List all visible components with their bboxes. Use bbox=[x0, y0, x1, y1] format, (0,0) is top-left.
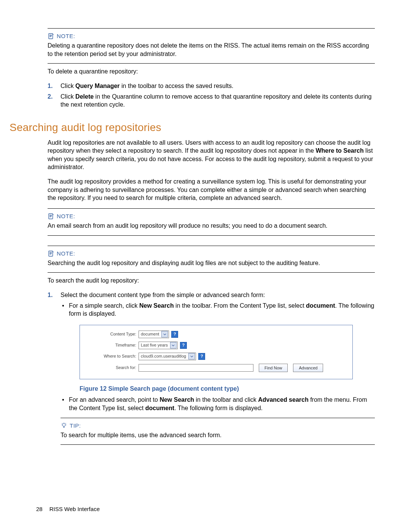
note-label: NOTE: bbox=[57, 212, 75, 220]
svg-line-19 bbox=[65, 423, 66, 423]
tip-body: To search for multiple items, use the ad… bbox=[61, 431, 375, 439]
where-to-search-dropdown[interactable]: cloud9.com.userauditlog bbox=[139, 353, 196, 360]
advanced-button[interactable]: Advanced bbox=[293, 364, 323, 372]
content-type-label: Content Type: bbox=[87, 331, 139, 337]
note-body: Deleting a quarantine repository does no… bbox=[48, 42, 375, 58]
delete-step-2: 2. Click Delete in the Quarantine column… bbox=[48, 93, 375, 109]
note-icon bbox=[48, 213, 54, 220]
search-for-input[interactable] bbox=[139, 364, 253, 372]
search-step-1: 1. Select the document content type from… bbox=[48, 291, 375, 445]
note-header: NOTE: bbox=[48, 250, 375, 257]
search-for-label: Search for: bbox=[87, 365, 139, 371]
note-header: NOTE: bbox=[48, 32, 375, 40]
note-header: NOTE: bbox=[48, 212, 375, 220]
footer-title: RISS Web Interface bbox=[49, 506, 100, 512]
tip-label: TIP: bbox=[70, 422, 81, 430]
search-bullet-advanced: For an advanced search, point to New Sea… bbox=[61, 396, 375, 412]
chevron-down-icon bbox=[161, 331, 168, 337]
simple-search-form: Content Type: document ? Timeframe: Last bbox=[80, 325, 353, 379]
section-heading: Searching audit log repositories bbox=[10, 120, 375, 135]
delete-step-1: 1. Click Query Manager in the toolbar to… bbox=[48, 82, 375, 90]
page-footer: 28RISS Web Interface bbox=[36, 505, 100, 513]
svg-rect-4 bbox=[49, 214, 53, 219]
figure-12-container: Content Type: document ? Timeframe: Last bbox=[80, 325, 375, 379]
where-label: Where to Search: bbox=[87, 353, 139, 359]
chevron-down-icon bbox=[170, 342, 177, 348]
delete-intro: To delete a quarantine repository: bbox=[48, 67, 375, 76]
content-type-dropdown[interactable]: document bbox=[139, 331, 169, 338]
svg-line-18 bbox=[62, 423, 62, 423]
note-label: NOTE: bbox=[57, 250, 75, 257]
search-intro: To search the audit log repository: bbox=[48, 276, 375, 285]
help-icon[interactable]: ? bbox=[180, 342, 187, 349]
help-icon[interactable]: ? bbox=[171, 331, 178, 338]
audit-paragraph-1: Audit log repositories are not available… bbox=[48, 139, 375, 171]
search-bullet-simple: For a simple search, click New Search in… bbox=[61, 302, 375, 318]
note-label: NOTE: bbox=[57, 32, 75, 40]
find-now-button[interactable]: Find Now bbox=[259, 364, 288, 372]
svg-rect-0 bbox=[49, 34, 53, 39]
audit-paragraph-2: The audit log repository provides a meth… bbox=[48, 177, 375, 202]
svg-point-12 bbox=[62, 423, 65, 427]
tip-header: TIP: bbox=[61, 422, 375, 430]
note-icon bbox=[48, 33, 54, 40]
chevron-down-icon bbox=[188, 353, 195, 359]
svg-rect-8 bbox=[49, 251, 53, 256]
lightbulb-icon bbox=[61, 422, 67, 429]
note-body: An email search from an audit log reposi… bbox=[48, 222, 375, 230]
page-number: 28 bbox=[36, 506, 43, 512]
figure-12-caption: Figure 12 Simple Search page (document c… bbox=[80, 385, 375, 393]
timeframe-label: Timeframe: bbox=[87, 342, 139, 348]
note-icon bbox=[48, 250, 54, 257]
timeframe-dropdown[interactable]: Last five years bbox=[139, 342, 178, 349]
help-icon[interactable]: ? bbox=[198, 353, 205, 360]
note-body: Searching the audit log repository and d… bbox=[48, 259, 375, 267]
